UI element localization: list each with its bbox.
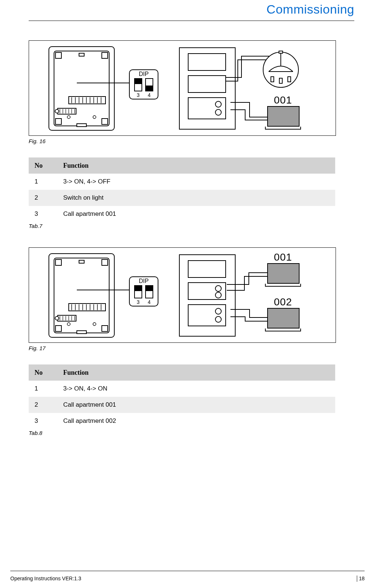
figure-17: DIP 3 4 (29, 247, 336, 343)
footer-page: │18 (356, 576, 365, 581)
dip-label: DIP (130, 71, 158, 77)
svg-point-26 (67, 116, 70, 119)
row-function: Call apartment 001 (60, 397, 335, 413)
svg-point-24 (55, 109, 59, 113)
indoor-monitor-002: 002 (267, 296, 299, 331)
svg-rect-42 (69, 304, 105, 311)
dip-switch-block: DIP 3 4 (129, 276, 158, 306)
table-7: No Function 1 3-> ON, 4-> OFF 2 Switch o… (29, 157, 335, 222)
table-row: 3 Call apartment 002 (29, 413, 335, 429)
dip-label: DIP (130, 278, 158, 284)
svg-rect-33 (279, 78, 282, 83)
svg-rect-37 (55, 259, 61, 265)
figure-caption: Fig. 16 (29, 138, 334, 144)
monitor-label: 001 (267, 94, 299, 106)
svg-rect-60 (77, 331, 86, 334)
figure-16: DIP 3 4 (29, 40, 336, 136)
svg-rect-31 (279, 51, 283, 53)
row-no: 1 (29, 174, 60, 190)
svg-rect-2 (55, 52, 61, 58)
row-function: 3-> ON, 4-> OFF (60, 174, 335, 190)
row-no: 3 (29, 206, 60, 222)
indoor-monitor-001: 001 (267, 251, 299, 287)
svg-point-62 (93, 323, 96, 326)
table-row: 2 Switch on light (29, 190, 335, 206)
table-header-no: No (29, 157, 60, 174)
dip-num-4: 4 (146, 299, 153, 305)
dip-switch-4 (145, 285, 153, 298)
table-header-function: Function (60, 364, 335, 381)
svg-rect-39 (55, 326, 61, 331)
row-no: 1 (29, 381, 60, 397)
svg-rect-40 (102, 326, 108, 331)
table-row: 1 3-> ON, 4-> ON (29, 381, 335, 397)
dip-num-4: 4 (146, 92, 153, 98)
indoor-monitor-001: 001 (267, 94, 299, 130)
table-header-function: Function (60, 157, 335, 174)
dip-num-3: 3 (135, 299, 141, 305)
svg-rect-41 (79, 260, 84, 263)
dip-switch-3 (134, 78, 142, 91)
table-caption: Tab.8 (29, 430, 334, 436)
svg-rect-4 (55, 119, 61, 124)
dip-num-3: 3 (135, 92, 141, 98)
row-function: Call apartment 002 (60, 413, 335, 429)
svg-rect-25 (77, 124, 86, 127)
row-no: 2 (29, 190, 60, 206)
dip-wire (77, 290, 130, 290)
svg-rect-17 (58, 108, 76, 114)
row-function: Switch on light (60, 190, 335, 206)
row-function: Call apartment 001 (60, 206, 335, 222)
svg-rect-7 (69, 97, 105, 104)
svg-point-27 (93, 116, 96, 119)
dip-switch-block: DIP 3 4 (129, 69, 158, 99)
table-header-no: No (29, 364, 60, 381)
device-back-icon (45, 45, 118, 132)
table-row: 2 Call apartment 001 (29, 397, 335, 413)
monitor-label: 001 (267, 251, 299, 263)
dip-switch-3 (134, 285, 142, 298)
svg-rect-34 (288, 77, 291, 82)
table-caption: Tab.7 (29, 223, 334, 229)
svg-rect-6 (79, 53, 84, 56)
svg-rect-5 (102, 119, 108, 124)
page-title: Commissioning (266, 2, 354, 17)
svg-rect-32 (271, 77, 274, 82)
dip-switch-4 (145, 78, 153, 91)
footer-version: Operating Instructions VER:1.3 (10, 576, 81, 581)
svg-rect-1 (54, 51, 109, 126)
svg-rect-52 (58, 315, 76, 321)
table-8: No Function 1 3-> ON, 4-> ON 2 Call apar… (29, 364, 335, 429)
ceiling-lamp-icon (261, 50, 301, 91)
outdoor-panel-icon (179, 254, 236, 337)
svg-rect-3 (102, 52, 108, 58)
svg-point-59 (55, 316, 59, 320)
table-row: 1 3-> ON, 4-> OFF (29, 174, 335, 190)
table-row: 3 Call apartment 001 (29, 206, 335, 222)
svg-rect-36 (54, 258, 109, 333)
header-rule (29, 21, 354, 21)
dip-wire (77, 83, 130, 83)
row-function: 3-> ON, 4-> ON (60, 381, 335, 397)
row-no: 3 (29, 413, 60, 429)
footer-rule (10, 571, 365, 571)
figure-caption: Fig. 17 (29, 345, 334, 351)
svg-point-61 (67, 323, 70, 326)
outdoor-panel-icon (179, 47, 236, 130)
device-back-icon (45, 252, 118, 339)
svg-rect-38 (102, 259, 108, 265)
monitor-label: 002 (267, 296, 299, 308)
row-no: 2 (29, 397, 60, 413)
